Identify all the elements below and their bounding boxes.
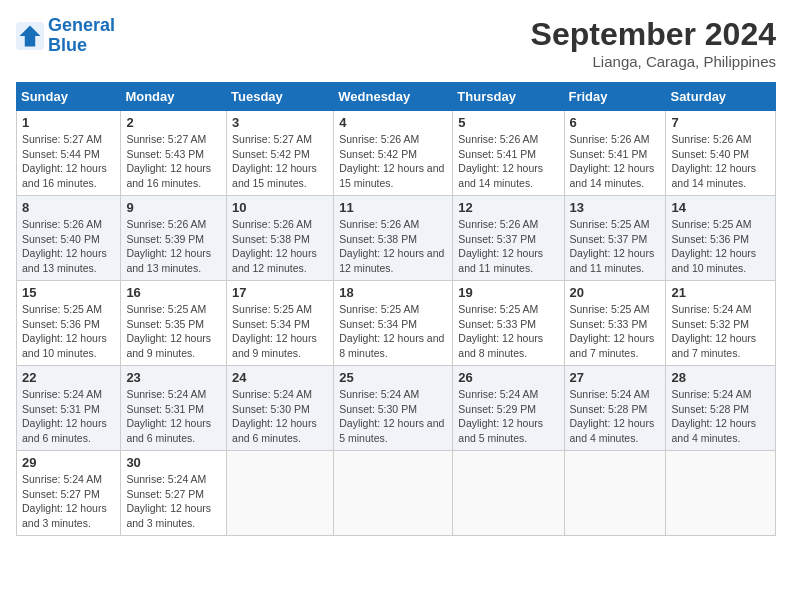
- day-sunrise: Sunrise: 5:27 AM: [232, 133, 312, 145]
- day-number: 27: [570, 370, 661, 385]
- day-number: 2: [126, 115, 221, 130]
- calendar-cell: 8 Sunrise: 5:26 AM Sunset: 5:40 PM Dayli…: [17, 196, 121, 281]
- day-sunset: Sunset: 5:41 PM: [570, 148, 648, 160]
- logo: General Blue: [16, 16, 115, 56]
- weekday-header-saturday: Saturday: [666, 83, 776, 111]
- day-sunrise: Sunrise: 5:25 AM: [570, 218, 650, 230]
- day-daylight: Daylight: 12 hours and 11 minutes.: [570, 247, 655, 274]
- day-number: 6: [570, 115, 661, 130]
- day-daylight: Daylight: 12 hours and 9 minutes.: [126, 332, 211, 359]
- day-sunset: Sunset: 5:31 PM: [22, 403, 100, 415]
- day-number: 12: [458, 200, 558, 215]
- day-sunset: Sunset: 5:40 PM: [22, 233, 100, 245]
- subtitle: Lianga, Caraga, Philippines: [531, 53, 776, 70]
- day-sunset: Sunset: 5:27 PM: [22, 488, 100, 500]
- calendar-table: SundayMondayTuesdayWednesdayThursdayFrid…: [16, 82, 776, 536]
- day-sunrise: Sunrise: 5:25 AM: [671, 218, 751, 230]
- day-number: 25: [339, 370, 447, 385]
- day-number: 14: [671, 200, 770, 215]
- weekday-header-tuesday: Tuesday: [227, 83, 334, 111]
- calendar-cell: 9 Sunrise: 5:26 AM Sunset: 5:39 PM Dayli…: [121, 196, 227, 281]
- calendar-cell: 28 Sunrise: 5:24 AM Sunset: 5:28 PM Dayl…: [666, 366, 776, 451]
- calendar-cell: [334, 451, 453, 536]
- day-daylight: Daylight: 12 hours and 5 minutes.: [458, 417, 543, 444]
- day-daylight: Daylight: 12 hours and 5 minutes.: [339, 417, 444, 444]
- day-sunrise: Sunrise: 5:24 AM: [570, 388, 650, 400]
- day-number: 26: [458, 370, 558, 385]
- day-sunrise: Sunrise: 5:25 AM: [22, 303, 102, 315]
- day-number: 9: [126, 200, 221, 215]
- day-number: 7: [671, 115, 770, 130]
- calendar-cell: 18 Sunrise: 5:25 AM Sunset: 5:34 PM Dayl…: [334, 281, 453, 366]
- day-sunset: Sunset: 5:37 PM: [458, 233, 536, 245]
- day-sunrise: Sunrise: 5:24 AM: [232, 388, 312, 400]
- day-daylight: Daylight: 12 hours and 9 minutes.: [232, 332, 317, 359]
- day-sunrise: Sunrise: 5:26 AM: [339, 133, 419, 145]
- calendar-cell: 15 Sunrise: 5:25 AM Sunset: 5:36 PM Dayl…: [17, 281, 121, 366]
- day-number: 15: [22, 285, 115, 300]
- day-daylight: Daylight: 12 hours and 4 minutes.: [570, 417, 655, 444]
- day-sunset: Sunset: 5:44 PM: [22, 148, 100, 160]
- day-number: 22: [22, 370, 115, 385]
- day-number: 19: [458, 285, 558, 300]
- day-number: 3: [232, 115, 328, 130]
- day-number: 13: [570, 200, 661, 215]
- calendar-cell: 5 Sunrise: 5:26 AM Sunset: 5:41 PM Dayli…: [453, 111, 564, 196]
- day-sunrise: Sunrise: 5:27 AM: [22, 133, 102, 145]
- weekday-header-wednesday: Wednesday: [334, 83, 453, 111]
- day-sunrise: Sunrise: 5:24 AM: [22, 388, 102, 400]
- day-sunset: Sunset: 5:32 PM: [671, 318, 749, 330]
- calendar-cell: 24 Sunrise: 5:24 AM Sunset: 5:30 PM Dayl…: [227, 366, 334, 451]
- calendar-cell: 29 Sunrise: 5:24 AM Sunset: 5:27 PM Dayl…: [17, 451, 121, 536]
- day-daylight: Daylight: 12 hours and 14 minutes.: [671, 162, 756, 189]
- day-daylight: Daylight: 12 hours and 12 minutes.: [232, 247, 317, 274]
- day-sunset: Sunset: 5:27 PM: [126, 488, 204, 500]
- calendar-cell: 19 Sunrise: 5:25 AM Sunset: 5:33 PM Dayl…: [453, 281, 564, 366]
- day-sunrise: Sunrise: 5:24 AM: [458, 388, 538, 400]
- calendar-cell: 2 Sunrise: 5:27 AM Sunset: 5:43 PM Dayli…: [121, 111, 227, 196]
- calendar-cell: 3 Sunrise: 5:27 AM Sunset: 5:42 PM Dayli…: [227, 111, 334, 196]
- day-daylight: Daylight: 12 hours and 8 minutes.: [339, 332, 444, 359]
- day-sunrise: Sunrise: 5:24 AM: [126, 473, 206, 485]
- day-daylight: Daylight: 12 hours and 8 minutes.: [458, 332, 543, 359]
- weekday-header-monday: Monday: [121, 83, 227, 111]
- day-sunrise: Sunrise: 5:24 AM: [126, 388, 206, 400]
- day-number: 11: [339, 200, 447, 215]
- day-sunset: Sunset: 5:43 PM: [126, 148, 204, 160]
- day-sunset: Sunset: 5:40 PM: [671, 148, 749, 160]
- day-sunrise: Sunrise: 5:25 AM: [232, 303, 312, 315]
- calendar-cell: 4 Sunrise: 5:26 AM Sunset: 5:42 PM Dayli…: [334, 111, 453, 196]
- logo-text: General Blue: [48, 16, 115, 56]
- title-area: September 2024 Lianga, Caraga, Philippin…: [531, 16, 776, 70]
- day-sunset: Sunset: 5:34 PM: [232, 318, 310, 330]
- calendar-cell: 1 Sunrise: 5:27 AM Sunset: 5:44 PM Dayli…: [17, 111, 121, 196]
- day-sunset: Sunset: 5:37 PM: [570, 233, 648, 245]
- day-sunrise: Sunrise: 5:26 AM: [570, 133, 650, 145]
- header: General Blue September 2024 Lianga, Cara…: [16, 16, 776, 70]
- main-title: September 2024: [531, 16, 776, 53]
- calendar-cell: 21 Sunrise: 5:24 AM Sunset: 5:32 PM Dayl…: [666, 281, 776, 366]
- calendar-cell: 6 Sunrise: 5:26 AM Sunset: 5:41 PM Dayli…: [564, 111, 666, 196]
- day-daylight: Daylight: 12 hours and 6 minutes.: [232, 417, 317, 444]
- day-number: 10: [232, 200, 328, 215]
- day-daylight: Daylight: 12 hours and 7 minutes.: [671, 332, 756, 359]
- day-sunset: Sunset: 5:28 PM: [570, 403, 648, 415]
- calendar-cell: 30 Sunrise: 5:24 AM Sunset: 5:27 PM Dayl…: [121, 451, 227, 536]
- day-sunset: Sunset: 5:30 PM: [339, 403, 417, 415]
- day-number: 29: [22, 455, 115, 470]
- day-sunset: Sunset: 5:39 PM: [126, 233, 204, 245]
- day-sunrise: Sunrise: 5:27 AM: [126, 133, 206, 145]
- calendar-cell: 25 Sunrise: 5:24 AM Sunset: 5:30 PM Dayl…: [334, 366, 453, 451]
- day-number: 8: [22, 200, 115, 215]
- day-sunset: Sunset: 5:31 PM: [126, 403, 204, 415]
- calendar-cell: 7 Sunrise: 5:26 AM Sunset: 5:40 PM Dayli…: [666, 111, 776, 196]
- day-number: 23: [126, 370, 221, 385]
- day-sunrise: Sunrise: 5:24 AM: [671, 303, 751, 315]
- day-daylight: Daylight: 12 hours and 15 minutes.: [232, 162, 317, 189]
- day-daylight: Daylight: 12 hours and 13 minutes.: [126, 247, 211, 274]
- day-sunset: Sunset: 5:29 PM: [458, 403, 536, 415]
- day-daylight: Daylight: 12 hours and 16 minutes.: [22, 162, 107, 189]
- weekday-header-friday: Friday: [564, 83, 666, 111]
- day-sunrise: Sunrise: 5:25 AM: [126, 303, 206, 315]
- day-daylight: Daylight: 12 hours and 11 minutes.: [458, 247, 543, 274]
